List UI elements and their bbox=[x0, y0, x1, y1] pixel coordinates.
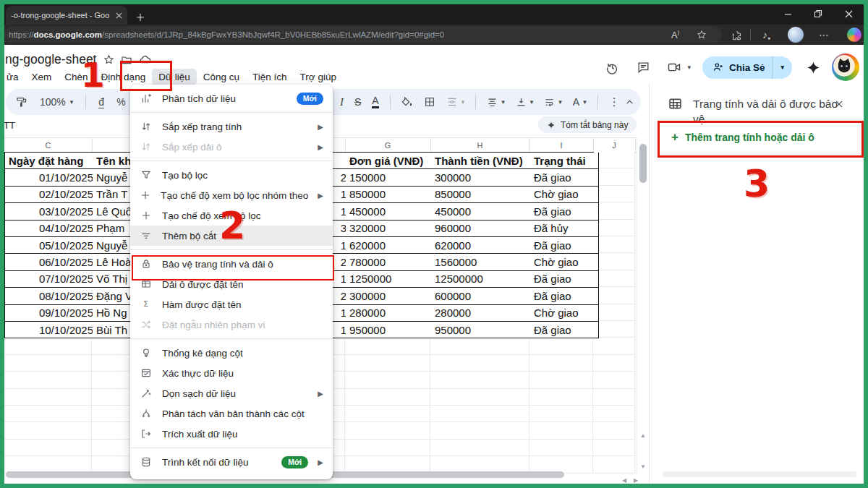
table-header-cell[interactable]: Thành tiền (VNĐ) bbox=[431, 153, 535, 169]
menubar-item-dữ-liệu[interactable]: Dữ liệu bbox=[152, 69, 197, 85]
empty-cell[interactable] bbox=[345, 338, 430, 354]
empty-cell[interactable] bbox=[4, 389, 92, 406]
table-cell[interactable]: Chờ giao bbox=[530, 254, 599, 270]
empty-cell[interactable] bbox=[529, 422, 593, 439]
column-letter-G[interactable]: G bbox=[345, 138, 431, 153]
empty-cell[interactable] bbox=[345, 440, 430, 456]
empty-cell[interactable] bbox=[345, 355, 430, 372]
text-wrap-icon[interactable]: ▾ bbox=[544, 97, 562, 108]
table-cell[interactable]: Chờ giao bbox=[530, 187, 599, 203]
restore-icon[interactable] bbox=[803, 4, 833, 23]
strikethrough-icon[interactable]: S bbox=[354, 96, 361, 108]
menu-item-dat-ngau-nhien-pham-vi[interactable]: Đặt ngẫu nhiên phạm vi bbox=[130, 314, 333, 335]
sidebar-scrollbar[interactable] bbox=[663, 471, 856, 477]
empty-cell[interactable] bbox=[593, 422, 635, 439]
empty-cell[interactable] bbox=[593, 152, 635, 168]
account-avatar[interactable] bbox=[832, 53, 859, 81]
empty-cell[interactable] bbox=[593, 304, 635, 321]
empty-cell[interactable] bbox=[529, 372, 593, 388]
table-cell[interactable]: 850000 bbox=[346, 187, 436, 203]
collapse-toolbar-icon[interactable] bbox=[625, 98, 634, 107]
format-currency-icon[interactable]: đ bbox=[98, 96, 104, 108]
menubar-item-tiện-ích[interactable]: Tiện ích bbox=[246, 69, 294, 85]
empty-cell[interactable] bbox=[345, 389, 430, 406]
zoom-select[interactable]: 100%▾ bbox=[40, 96, 73, 108]
share-button[interactable]: Chia Sẻ ▾ bbox=[702, 56, 792, 79]
menu-item-thong-ke-dang-cot[interactable]: Thống kê dạng cột bbox=[130, 343, 333, 363]
browser-profile-avatar[interactable] bbox=[788, 26, 804, 43]
column-letter-J[interactable]: J bbox=[593, 138, 636, 153]
empty-cell[interactable] bbox=[4, 338, 92, 354]
empty-cell[interactable] bbox=[4, 406, 92, 422]
table-cell[interactable]: 950000 bbox=[346, 322, 436, 338]
new-tab-icon[interactable] bbox=[136, 13, 145, 22]
table-cell[interactable]: 02/10/2025 bbox=[5, 187, 98, 203]
table-cell[interactable]: 10/10/2025 bbox=[5, 322, 98, 338]
table-cell[interactable]: Đã giao bbox=[530, 237, 599, 254]
table-cell[interactable]: 850000 bbox=[431, 187, 535, 203]
table-cell[interactable]: Chờ giao bbox=[530, 305, 599, 322]
empty-cell[interactable] bbox=[4, 372, 92, 388]
horizontal-align-icon[interactable]: ▾ bbox=[487, 97, 505, 108]
empty-cell[interactable] bbox=[593, 186, 635, 202]
empty-cell[interactable] bbox=[593, 372, 635, 388]
table-cell[interactable]: 320000 bbox=[346, 221, 436, 237]
scroll-right-icon[interactable]: ▶ bbox=[634, 477, 638, 484]
empty-cell[interactable] bbox=[593, 287, 635, 304]
format-percent-icon[interactable]: % bbox=[116, 96, 125, 108]
table-cell[interactable]: Đã giao bbox=[530, 288, 599, 304]
copilot-icon[interactable] bbox=[847, 26, 861, 43]
table-cell[interactable]: 950000 bbox=[431, 322, 535, 338]
menubar-item-ửa[interactable]: ửa bbox=[0, 69, 25, 85]
empty-cell[interactable] bbox=[593, 253, 635, 270]
summarize-table-chip[interactable]: Tóm tắt bảng này bbox=[538, 116, 637, 133]
empty-cell[interactable] bbox=[4, 355, 92, 372]
table-cell[interactable]: Đã giao bbox=[530, 169, 599, 186]
scroll-left-icon[interactable]: ◀ bbox=[622, 477, 626, 484]
table-cell[interactable]: 04/10/2025 bbox=[5, 221, 98, 237]
table-cell[interactable]: 12500000 bbox=[431, 271, 535, 288]
video-call-icon[interactable] bbox=[665, 60, 683, 74]
menu-item-don-sach-du-lieu[interactable]: Dọn sạch dữ liệu▶ bbox=[130, 383, 333, 403]
table-cell[interactable]: 08/10/2025 bbox=[5, 288, 98, 304]
move-folder-icon[interactable] bbox=[121, 54, 132, 66]
fill-color-icon[interactable] bbox=[401, 96, 413, 108]
empty-cell[interactable] bbox=[593, 406, 635, 422]
sidebar-close-icon[interactable] bbox=[834, 99, 844, 109]
browser-menu-icon[interactable]: ⋯ bbox=[819, 26, 830, 43]
menu-item-tao-che-do-xem-bo-loc-nhom-theo[interactable]: Tạo chế độ xem bộ lọc nhóm theo▶ bbox=[130, 185, 333, 205]
italic-icon[interactable]: I bbox=[340, 96, 344, 108]
menu-item-phan-tich-du-lieu[interactable]: Phân tích dữ liệuMới bbox=[130, 88, 333, 108]
empty-cell[interactable] bbox=[430, 355, 529, 372]
table-cell[interactable]: 600000 bbox=[431, 288, 535, 304]
table-cell[interactable]: 280000 bbox=[346, 305, 436, 322]
add-sheet-or-range-button[interactable]: + Thêm trang tính hoặc dải ô bbox=[659, 121, 861, 153]
empty-cell[interactable] bbox=[430, 422, 529, 439]
menu-item-trinh-ket-noi-du-lieu[interactable]: Trình kết nối dữ liệuMới▶ bbox=[130, 452, 333, 472]
vertical-align-icon[interactable]: ▾ bbox=[516, 97, 534, 108]
empty-cell[interactable] bbox=[430, 338, 529, 354]
table-cell[interactable]: Đã hủy bbox=[530, 221, 599, 237]
table-cell[interactable]: 1560000 bbox=[431, 254, 535, 270]
empty-cell[interactable] bbox=[430, 406, 529, 422]
table-cell[interactable]: 03/10/2025 bbox=[5, 203, 98, 220]
vertical-scrollbar-thumb[interactable] bbox=[639, 144, 647, 183]
media-note-icon[interactable]: ♪● bbox=[762, 26, 770, 43]
empty-cell[interactable] bbox=[593, 338, 635, 354]
paint-format-icon[interactable] bbox=[16, 96, 27, 108]
address-field[interactable]: https://docs.google.com/spreadsheets/d/1… bbox=[4, 26, 722, 43]
read-aloud-icon[interactable]: A) bbox=[671, 26, 679, 43]
menubar-item-xem[interactable]: Xem bbox=[25, 69, 59, 85]
table-cell[interactable]: 780000 bbox=[346, 254, 436, 270]
table-cell[interactable]: Đã giao bbox=[530, 322, 599, 338]
empty-cell[interactable] bbox=[529, 355, 593, 372]
empty-cell[interactable] bbox=[529, 406, 593, 422]
share-caret-icon[interactable]: ▾ bbox=[772, 56, 792, 79]
empty-cell[interactable] bbox=[593, 389, 635, 406]
menu-item-dai-o-duoc-dat-ten[interactable]: Dải ô được đặt tên bbox=[130, 274, 333, 294]
table-cell[interactable]: Đã giao bbox=[530, 203, 599, 220]
table-cell[interactable]: Đã giao bbox=[530, 271, 599, 288]
table-header-cell[interactable]: Đơn giá (VNĐ) bbox=[346, 153, 436, 169]
table-cell[interactable]: 09/10/2025 bbox=[5, 305, 98, 322]
empty-cell[interactable] bbox=[529, 440, 593, 456]
